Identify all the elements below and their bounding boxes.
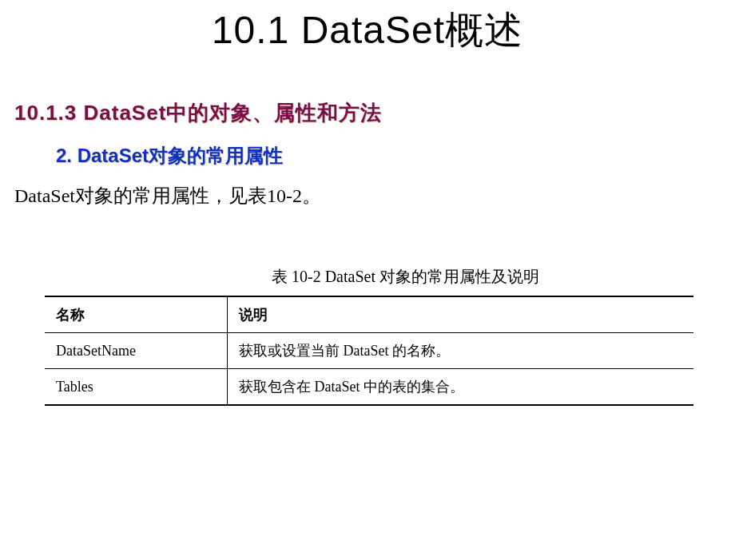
cell-desc: 获取或设置当前 DataSet 的名称。 — [228, 333, 694, 369]
page-title: 10.1 DataSet概述 — [0, 0, 735, 56]
table-header-name: 名称 — [45, 296, 228, 333]
table-header-desc: 说明 — [228, 296, 694, 333]
cell-desc: 获取包含在 DataSet 中的表的集合。 — [228, 369, 694, 406]
body-text: DataSet对象的常用属性，见表10-2。 — [14, 183, 735, 209]
cell-name: Tables — [45, 369, 228, 406]
table-row: Tables 获取包含在 DataSet 中的表的集合。 — [45, 369, 693, 406]
cell-name: DataSetName — [45, 333, 228, 369]
table-row: DataSetName 获取或设置当前 DataSet 的名称。 — [45, 333, 693, 369]
subsection-heading: 2. DataSet对象的常用属性 — [56, 143, 735, 169]
slide: 10.1 DataSet概述 10.1.3 DataSet中的对象、属性和方法 … — [0, 0, 735, 560]
properties-table: 名称 说明 DataSetName 获取或设置当前 DataSet 的名称。 T… — [45, 296, 693, 406]
table-header-row: 名称 说明 — [45, 296, 693, 333]
section-heading: 10.1.3 DataSet中的对象、属性和方法 — [14, 99, 735, 127]
table-caption: 表 10-2 DataSet 对象的常用属性及说明 — [272, 266, 735, 288]
